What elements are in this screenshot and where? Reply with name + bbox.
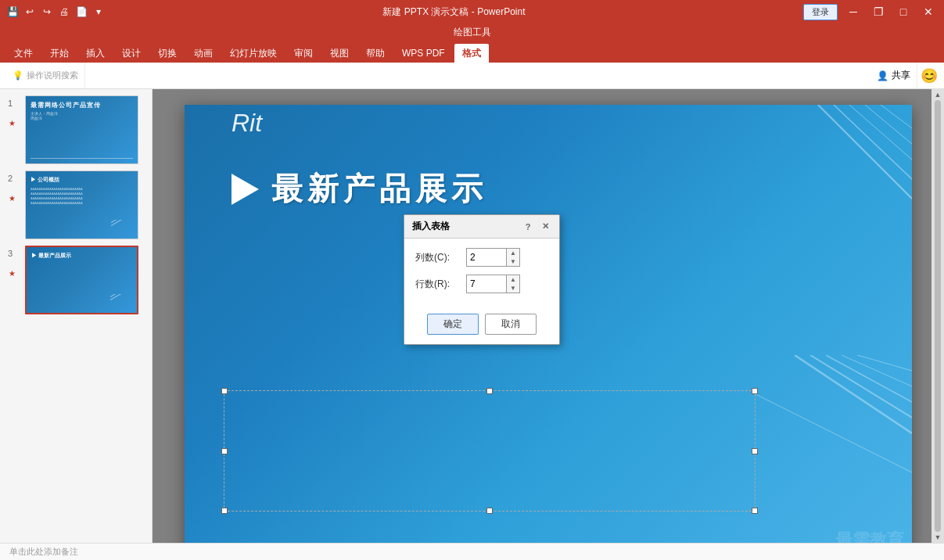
svg-line-4 (881, 105, 912, 128)
dialog-col-spinner: ▲ ▼ (506, 249, 519, 266)
handle-ml[interactable] (221, 448, 228, 454)
dialog-row-label: 行数(R): (415, 278, 466, 291)
svg-line-5 (795, 355, 912, 433)
slide-title: 最新产品展示 (232, 167, 487, 210)
tab-file[interactable]: 文件 (6, 44, 41, 63)
dialog-col-input[interactable] (467, 249, 506, 266)
emoji-icon[interactable]: 😊 (921, 67, 938, 84)
handle-bm[interactable] (486, 508, 493, 514)
tab-animation[interactable]: 动画 (186, 44, 221, 63)
slide-star-1: ★ (9, 119, 16, 127)
slide-canvas[interactable]: Rit 最新产品展示 最需教育 插入表 (185, 105, 912, 543)
slide-number-1: 1 (8, 99, 17, 108)
title-bar-left: 💾 ↩ ↪ 🖨 📄 ▾ (6, 5, 105, 18)
slide-thumb-1[interactable]: 最需网络公司产品宣传 主讲人：周益洋 周益洋 (25, 95, 138, 164)
slide-panel: 1 ★ 最需网络公司产品宣传 主讲人：周益洋 周益洋 2 ★ (0, 89, 153, 543)
vertical-scrollbar[interactable]: ▲ ▼ (931, 89, 944, 543)
maximize-button[interactable]: □ (894, 2, 913, 21)
svg-line-10 (756, 394, 912, 472)
ribbon-tabs: 文件 开始 插入 设计 切换 动画 幻灯片放映 审阅 视图 帮助 WPS PDF… (0, 41, 944, 63)
new-icon[interactable]: 📄 (75, 5, 88, 18)
add-note-text: 单击此处添加备注 (9, 546, 78, 558)
slide-item-2[interactable]: 2 ★ ▶ 公司概括 AAAAAAAAAAAAAAAAAAAAAAAAA AAA… (5, 171, 147, 239)
dialog-row-down[interactable]: ▼ (507, 284, 519, 293)
tab-view[interactable]: 视图 (322, 44, 357, 63)
drawing-tools-label: 绘图工具 (454, 26, 491, 39)
ribbon-group-share: 👤 共享 (870, 63, 917, 88)
close-button[interactable]: ✕ (919, 2, 938, 21)
dialog-col-label: 列数(C): (415, 251, 466, 264)
more-icon[interactable]: ▾ (92, 5, 105, 18)
login-button[interactable]: 登录 (803, 4, 838, 20)
slide-thumb-2[interactable]: ▶ 公司概括 AAAAAAAAAAAAAAAAAAAAAAAAA AAAAAAA… (25, 171, 138, 239)
scroll-up-button[interactable]: ▲ (935, 91, 942, 99)
dialog-body: 列数(C): ▲ ▼ 行数(R): (404, 239, 559, 311)
undo-icon[interactable]: ↩ (23, 5, 36, 18)
dialog-close-button[interactable]: ✕ (539, 221, 551, 233)
drawing-tools-bar: 绘图工具 (0, 23, 944, 41)
slide-number-2: 2 (8, 174, 17, 183)
dialog-ok-button[interactable]: 确定 (427, 314, 479, 335)
ribbon: 文件 开始 插入 设计 切换 动画 幻灯片放映 审阅 视图 帮助 WPS PDF… (0, 41, 944, 89)
dialog-title-bar: 插入表格 ? ✕ (404, 215, 559, 239)
restore-button[interactable]: ❐ (869, 2, 888, 21)
insert-table-dialog: 插入表格 ? ✕ 列数(C): ▲ ▼ (404, 214, 560, 345)
tab-insert[interactable]: 插入 (78, 44, 113, 63)
dialog-help-button[interactable]: ? (522, 221, 534, 233)
dialog-row-spinner: ▲ ▼ (506, 275, 519, 293)
slide-item-1[interactable]: 1 ★ 最需网络公司产品宣传 主讲人：周益洋 周益洋 (5, 95, 147, 164)
search-hint[interactable]: 操作说明搜索 (27, 70, 78, 81)
handle-bl[interactable] (221, 508, 228, 514)
dialog-row-up[interactable]: ▲ (507, 275, 519, 284)
dialog-row-input[interactable] (467, 275, 506, 293)
svg-line-9 (857, 355, 912, 371)
redo-icon[interactable]: ↪ (41, 5, 53, 18)
ribbon-group-search: 💡 操作说明搜索 (6, 63, 85, 88)
svg-line-6 (810, 355, 912, 418)
slide-item-3[interactable]: 3 ★ ▶ 最新产品展示 (5, 246, 147, 314)
handle-tm[interactable] (486, 388, 493, 394)
title-bar: 💾 ↩ ↪ 🖨 📄 ▾ 新建 PPTX 演示文稿 - PowerPoint 登录… (0, 0, 944, 23)
title-bar-right: 登录 ─ ❐ □ ✕ (803, 2, 938, 21)
slide-number-3: 3 (8, 249, 17, 258)
tab-design[interactable]: 设计 (114, 44, 149, 63)
dialog-col-input-wrap: ▲ ▼ (466, 248, 520, 267)
slide-star-2: ★ (9, 194, 16, 203)
tab-start[interactable]: 开始 (42, 44, 77, 63)
slide-thumb-3[interactable]: ▶ 最新产品展示 (25, 246, 138, 314)
decoration-lines-top (740, 105, 912, 339)
save-icon[interactable]: 💾 (6, 5, 19, 18)
print-icon[interactable]: 🖨 (58, 5, 70, 18)
dialog-row-row: 行数(R): ▲ ▼ (415, 275, 548, 293)
dialog-cancel-button[interactable]: 取消 (485, 314, 537, 335)
dialog-col-row: 列数(C): ▲ ▼ (415, 248, 548, 267)
slide-title-text: 最新产品展示 (271, 167, 487, 210)
dialog-title-text: 插入表格 (412, 220, 450, 233)
decoration-lines-bottom (756, 355, 912, 512)
notes-bar[interactable]: 单击此处添加备注 (0, 543, 944, 560)
play-icon (232, 174, 259, 205)
tab-transition[interactable]: 切换 (150, 44, 185, 63)
share-button[interactable]: 共享 (892, 69, 910, 82)
handle-tl[interactable] (221, 388, 228, 394)
tab-review[interactable]: 审阅 (286, 44, 321, 63)
tab-help[interactable]: 帮助 (358, 44, 393, 63)
ribbon-content: 💡 操作说明搜索 👤 共享 😊 (0, 63, 944, 89)
tab-wpspdf[interactable]: WPS PDF (394, 44, 453, 63)
dialog-footer: 确定 取消 (404, 311, 559, 344)
rit-text: Rit (232, 109, 262, 138)
watermark-text: 最需教育 (835, 529, 904, 543)
canvas-area: Rit 最新产品展示 最需教育 插入表 (153, 89, 944, 543)
tab-format[interactable]: 格式 (454, 44, 489, 63)
scroll-thumb[interactable] (935, 100, 941, 532)
svg-line-7 (826, 355, 912, 402)
slide-star-3: ★ (9, 269, 16, 278)
selection-box[interactable] (224, 390, 756, 512)
minimize-button[interactable]: ─ (844, 2, 863, 21)
dialog-col-down[interactable]: ▼ (507, 257, 519, 266)
dialog-col-up[interactable]: ▲ (507, 249, 519, 257)
svg-line-2 (849, 105, 912, 160)
tab-slideshow[interactable]: 幻灯片放映 (222, 44, 285, 63)
dialog-title-icons: ? ✕ (522, 221, 551, 233)
scroll-down-button[interactable]: ▼ (935, 533, 942, 541)
